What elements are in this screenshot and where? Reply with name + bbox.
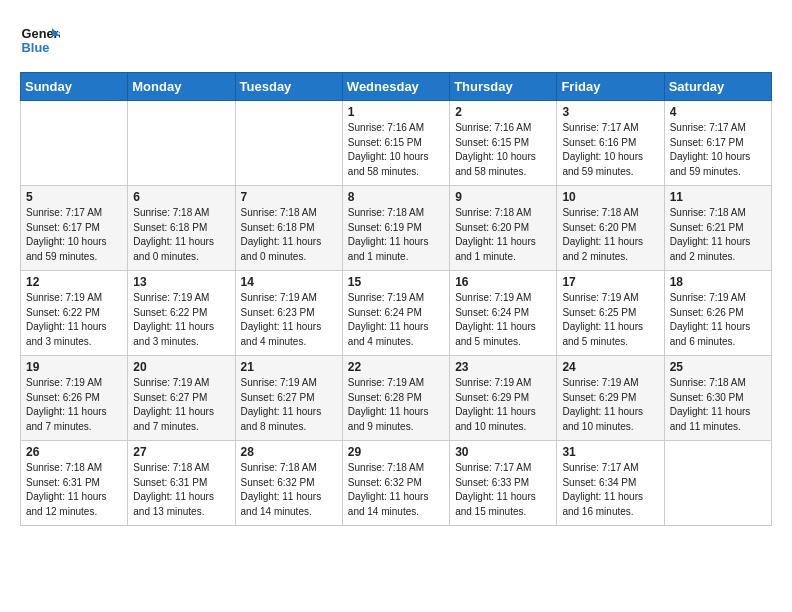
- day-number: 8: [348, 190, 444, 204]
- day-cell-19: 19Sunrise: 7:19 AMSunset: 6:26 PMDayligh…: [21, 356, 128, 441]
- day-number: 30: [455, 445, 551, 459]
- weekday-header-row: SundayMondayTuesdayWednesdayThursdayFrid…: [21, 73, 772, 101]
- day-number: 26: [26, 445, 122, 459]
- day-info: Sunrise: 7:19 AMSunset: 6:29 PMDaylight:…: [562, 376, 658, 434]
- day-info: Sunrise: 7:16 AMSunset: 6:15 PMDaylight:…: [348, 121, 444, 179]
- day-info: Sunrise: 7:19 AMSunset: 6:22 PMDaylight:…: [133, 291, 229, 349]
- day-cell-17: 17Sunrise: 7:19 AMSunset: 6:25 PMDayligh…: [557, 271, 664, 356]
- day-info: Sunrise: 7:18 AMSunset: 6:32 PMDaylight:…: [241, 461, 337, 519]
- day-info: Sunrise: 7:19 AMSunset: 6:26 PMDaylight:…: [670, 291, 766, 349]
- day-info: Sunrise: 7:18 AMSunset: 6:30 PMDaylight:…: [670, 376, 766, 434]
- page-header: General Blue: [20, 20, 772, 60]
- day-cell-18: 18Sunrise: 7:19 AMSunset: 6:26 PMDayligh…: [664, 271, 771, 356]
- day-cell-7: 7Sunrise: 7:18 AMSunset: 6:18 PMDaylight…: [235, 186, 342, 271]
- day-cell-6: 6Sunrise: 7:18 AMSunset: 6:18 PMDaylight…: [128, 186, 235, 271]
- day-info: Sunrise: 7:17 AMSunset: 6:17 PMDaylight:…: [670, 121, 766, 179]
- day-number: 20: [133, 360, 229, 374]
- day-number: 24: [562, 360, 658, 374]
- day-number: 19: [26, 360, 122, 374]
- day-info: Sunrise: 7:19 AMSunset: 6:23 PMDaylight:…: [241, 291, 337, 349]
- day-info: Sunrise: 7:18 AMSunset: 6:21 PMDaylight:…: [670, 206, 766, 264]
- day-info: Sunrise: 7:18 AMSunset: 6:31 PMDaylight:…: [133, 461, 229, 519]
- day-cell-25: 25Sunrise: 7:18 AMSunset: 6:30 PMDayligh…: [664, 356, 771, 441]
- day-number: 28: [241, 445, 337, 459]
- day-info: Sunrise: 7:18 AMSunset: 6:32 PMDaylight:…: [348, 461, 444, 519]
- day-cell-23: 23Sunrise: 7:19 AMSunset: 6:29 PMDayligh…: [450, 356, 557, 441]
- day-number: 2: [455, 105, 551, 119]
- day-cell-16: 16Sunrise: 7:19 AMSunset: 6:24 PMDayligh…: [450, 271, 557, 356]
- day-cell-4: 4Sunrise: 7:17 AMSunset: 6:17 PMDaylight…: [664, 101, 771, 186]
- weekday-header-thursday: Thursday: [450, 73, 557, 101]
- day-number: 1: [348, 105, 444, 119]
- day-number: 13: [133, 275, 229, 289]
- day-number: 31: [562, 445, 658, 459]
- logo-icon: General Blue: [20, 20, 60, 60]
- day-number: 9: [455, 190, 551, 204]
- day-info: Sunrise: 7:19 AMSunset: 6:22 PMDaylight:…: [26, 291, 122, 349]
- day-info: Sunrise: 7:18 AMSunset: 6:20 PMDaylight:…: [562, 206, 658, 264]
- day-cell-30: 30Sunrise: 7:17 AMSunset: 6:33 PMDayligh…: [450, 441, 557, 526]
- logo: General Blue: [20, 20, 60, 60]
- day-info: Sunrise: 7:19 AMSunset: 6:24 PMDaylight:…: [455, 291, 551, 349]
- day-cell-10: 10Sunrise: 7:18 AMSunset: 6:20 PMDayligh…: [557, 186, 664, 271]
- day-number: 12: [26, 275, 122, 289]
- day-info: Sunrise: 7:19 AMSunset: 6:25 PMDaylight:…: [562, 291, 658, 349]
- day-number: 15: [348, 275, 444, 289]
- day-info: Sunrise: 7:18 AMSunset: 6:19 PMDaylight:…: [348, 206, 444, 264]
- day-cell-26: 26Sunrise: 7:18 AMSunset: 6:31 PMDayligh…: [21, 441, 128, 526]
- day-cell-21: 21Sunrise: 7:19 AMSunset: 6:27 PMDayligh…: [235, 356, 342, 441]
- day-number: 7: [241, 190, 337, 204]
- day-cell-14: 14Sunrise: 7:19 AMSunset: 6:23 PMDayligh…: [235, 271, 342, 356]
- weekday-header-monday: Monday: [128, 73, 235, 101]
- day-cell-15: 15Sunrise: 7:19 AMSunset: 6:24 PMDayligh…: [342, 271, 449, 356]
- day-info: Sunrise: 7:16 AMSunset: 6:15 PMDaylight:…: [455, 121, 551, 179]
- empty-cell: [21, 101, 128, 186]
- day-cell-5: 5Sunrise: 7:17 AMSunset: 6:17 PMDaylight…: [21, 186, 128, 271]
- day-number: 4: [670, 105, 766, 119]
- day-cell-27: 27Sunrise: 7:18 AMSunset: 6:31 PMDayligh…: [128, 441, 235, 526]
- day-number: 11: [670, 190, 766, 204]
- day-cell-13: 13Sunrise: 7:19 AMSunset: 6:22 PMDayligh…: [128, 271, 235, 356]
- day-number: 16: [455, 275, 551, 289]
- day-info: Sunrise: 7:17 AMSunset: 6:16 PMDaylight:…: [562, 121, 658, 179]
- weekday-header-sunday: Sunday: [21, 73, 128, 101]
- day-cell-2: 2Sunrise: 7:16 AMSunset: 6:15 PMDaylight…: [450, 101, 557, 186]
- day-number: 23: [455, 360, 551, 374]
- week-row-1: 1Sunrise: 7:16 AMSunset: 6:15 PMDaylight…: [21, 101, 772, 186]
- day-cell-8: 8Sunrise: 7:18 AMSunset: 6:19 PMDaylight…: [342, 186, 449, 271]
- day-number: 27: [133, 445, 229, 459]
- day-info: Sunrise: 7:17 AMSunset: 6:33 PMDaylight:…: [455, 461, 551, 519]
- day-info: Sunrise: 7:19 AMSunset: 6:28 PMDaylight:…: [348, 376, 444, 434]
- day-number: 6: [133, 190, 229, 204]
- week-row-4: 19Sunrise: 7:19 AMSunset: 6:26 PMDayligh…: [21, 356, 772, 441]
- day-number: 21: [241, 360, 337, 374]
- day-number: 10: [562, 190, 658, 204]
- day-number: 22: [348, 360, 444, 374]
- day-info: Sunrise: 7:19 AMSunset: 6:24 PMDaylight:…: [348, 291, 444, 349]
- day-cell-12: 12Sunrise: 7:19 AMSunset: 6:22 PMDayligh…: [21, 271, 128, 356]
- day-cell-22: 22Sunrise: 7:19 AMSunset: 6:28 PMDayligh…: [342, 356, 449, 441]
- day-cell-3: 3Sunrise: 7:17 AMSunset: 6:16 PMDaylight…: [557, 101, 664, 186]
- day-info: Sunrise: 7:19 AMSunset: 6:27 PMDaylight:…: [241, 376, 337, 434]
- day-number: 3: [562, 105, 658, 119]
- day-cell-11: 11Sunrise: 7:18 AMSunset: 6:21 PMDayligh…: [664, 186, 771, 271]
- day-cell-1: 1Sunrise: 7:16 AMSunset: 6:15 PMDaylight…: [342, 101, 449, 186]
- day-number: 17: [562, 275, 658, 289]
- day-info: Sunrise: 7:19 AMSunset: 6:26 PMDaylight:…: [26, 376, 122, 434]
- day-info: Sunrise: 7:17 AMSunset: 6:17 PMDaylight:…: [26, 206, 122, 264]
- empty-cell: [664, 441, 771, 526]
- day-number: 14: [241, 275, 337, 289]
- svg-text:Blue: Blue: [22, 40, 50, 55]
- empty-cell: [128, 101, 235, 186]
- weekday-header-friday: Friday: [557, 73, 664, 101]
- day-cell-31: 31Sunrise: 7:17 AMSunset: 6:34 PMDayligh…: [557, 441, 664, 526]
- weekday-header-wednesday: Wednesday: [342, 73, 449, 101]
- day-cell-9: 9Sunrise: 7:18 AMSunset: 6:20 PMDaylight…: [450, 186, 557, 271]
- day-info: Sunrise: 7:19 AMSunset: 6:27 PMDaylight:…: [133, 376, 229, 434]
- week-row-3: 12Sunrise: 7:19 AMSunset: 6:22 PMDayligh…: [21, 271, 772, 356]
- day-number: 5: [26, 190, 122, 204]
- day-number: 29: [348, 445, 444, 459]
- day-number: 18: [670, 275, 766, 289]
- day-cell-29: 29Sunrise: 7:18 AMSunset: 6:32 PMDayligh…: [342, 441, 449, 526]
- calendar-table: SundayMondayTuesdayWednesdayThursdayFrid…: [20, 72, 772, 526]
